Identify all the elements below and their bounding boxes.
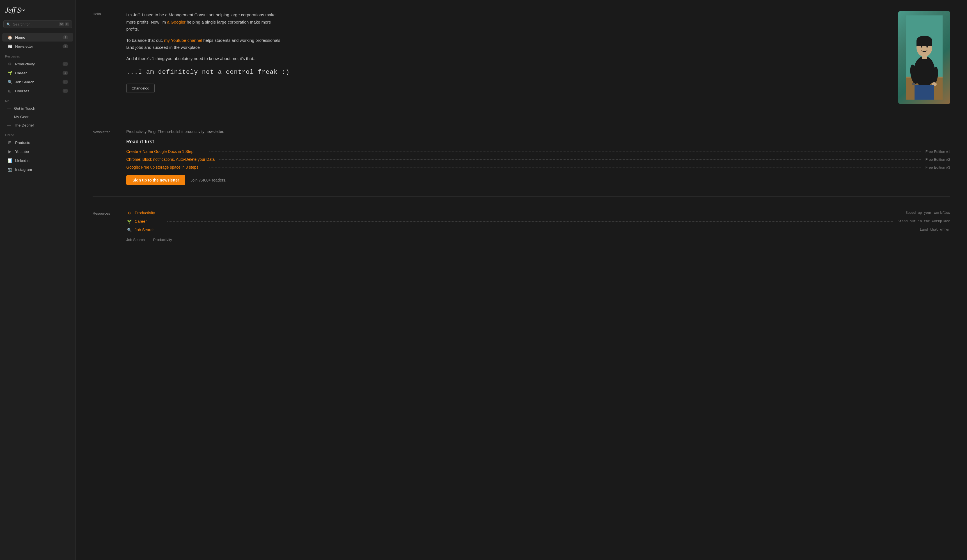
dash-icon-get-in-touch: —	[7, 106, 11, 110]
edition-dots-3	[210, 167, 921, 168]
resource-link-career[interactable]: Career	[135, 219, 163, 224]
nav-item-instagram[interactable]: 📷 Instagram	[2, 165, 73, 174]
productivity-icon: ⚙	[7, 62, 12, 66]
career-icon: 🌱	[7, 71, 12, 75]
hello-paragraph1: I'm Jeff. I used to be a Management Cons…	[126, 11, 284, 33]
svg-rect-9	[916, 41, 932, 46]
resources-content: ⚙ Productivity Speed up your workflow 🌱 …	[126, 211, 950, 242]
nav-badge-courses: 6	[63, 89, 68, 93]
hello-section: Hello I'm Jeff. I used to be a Managemen…	[92, 11, 950, 115]
edition-row-1: Create + Name Google Docs in 1 Step! Fre…	[126, 149, 950, 154]
youtube-icon: ▶	[7, 149, 12, 154]
newsletter-icon: 📰	[7, 44, 12, 49]
resource-icon-career: 🌱	[126, 219, 132, 224]
search-bar[interactable]: 🔍 Search for... ⌘ K	[3, 20, 72, 28]
footer-link-job-search[interactable]: Job Search	[126, 238, 145, 242]
nav-item-linkedin[interactable]: 📊 LinkedIn	[2, 156, 73, 165]
footer-link-productivity[interactable]: Productivity	[153, 238, 172, 242]
sidebar: Jeff S~ 🔍 Search for... ⌘ K 🏠 Home 1 📰 N…	[0, 0, 76, 560]
profile-photo	[898, 11, 950, 104]
resource-link-productivity[interactable]: Productivity	[135, 211, 163, 215]
resource-link-job-search[interactable]: Job Search	[135, 227, 163, 232]
kbd-cmd: ⌘	[59, 23, 64, 26]
footer-nav: Job Search Productivity	[126, 238, 950, 242]
nav-badge-job-search: 5	[63, 80, 68, 84]
nav-item-products[interactable]: ⊞ Products	[2, 138, 73, 147]
nav-label-courses: Courses	[15, 89, 60, 93]
changelog-button[interactable]: Changelog	[126, 84, 155, 93]
courses-icon: ⊞	[7, 89, 12, 93]
nav-badge-newsletter: 2	[63, 44, 68, 48]
resource-desc-career: Stand out in the workplace	[898, 219, 950, 223]
nav-item-productivity[interactable]: ⚙ Productivity 3	[2, 60, 73, 68]
me-label-the-debrief: The Debrief	[14, 123, 34, 127]
nav-label-youtube: Youtube	[15, 150, 68, 154]
nav-item-youtube[interactable]: ▶ Youtube	[2, 147, 73, 156]
nav-item-career[interactable]: 🌱 Career 4	[2, 69, 73, 77]
nav-item-get-in-touch[interactable]: — Get in Touch	[2, 104, 73, 112]
resource-icon-productivity: ⚙	[126, 211, 132, 215]
nav-label-home: Home	[15, 35, 60, 40]
youtube-channel-link[interactable]: my Youtube channel	[164, 38, 202, 43]
svg-rect-14	[914, 85, 934, 100]
profile-photo-svg	[906, 15, 942, 100]
signup-button[interactable]: Sign up to the newsletter	[126, 175, 185, 185]
newsletter-section: Newsletter Productivity Ping. The no-bul…	[92, 129, 950, 197]
search-shortcut: ⌘ K	[59, 23, 69, 26]
nav-item-newsletter[interactable]: 📰 Newsletter 2	[2, 42, 73, 51]
newsletter-content: Productivity Ping. The no-bullshit produ…	[126, 129, 950, 185]
online-header: Online	[0, 129, 76, 138]
dash-icon-my-gear: —	[7, 114, 11, 119]
nav-label-products: Products	[15, 140, 68, 145]
resource-dots-productivity	[167, 213, 901, 213]
nav-badge-productivity: 3	[63, 62, 68, 66]
edition-link-2[interactable]: Chrome: Block notifications, Auto-Delete…	[126, 157, 215, 161]
edition-dots-2	[219, 159, 921, 160]
linkedin-icon: 📊	[7, 158, 12, 163]
nav-item-courses[interactable]: ⊞ Courses 6	[2, 87, 73, 95]
me-label-get-in-touch: Get in Touch	[14, 106, 35, 110]
hello-paragraph3: And if there's 1 thing you absolutely ne…	[126, 55, 284, 62]
handwritten-quote: ...I am definitely not a control freak :…	[126, 69, 887, 76]
dash-icon-the-debrief: —	[7, 123, 11, 127]
resource-dots-job-search	[167, 230, 915, 230]
logo: Jeff S~	[5, 6, 71, 15]
edition-link-3[interactable]: Google: Free up storage space in 3 steps…	[126, 165, 205, 170]
nav-item-job-search[interactable]: 🔍 Job Search 5	[2, 78, 73, 86]
logo-area: Jeff S~	[0, 6, 76, 20]
search-placeholder: Search for...	[13, 22, 57, 26]
edition-dots-1	[210, 152, 921, 152]
products-icon: ⊞	[7, 140, 12, 145]
edition-link-1[interactable]: Create + Name Google Docs in 1 Step!	[126, 149, 205, 154]
resource-row-career: 🌱 Career Stand out in the workplace	[126, 219, 950, 224]
nav-label-productivity: Productivity	[15, 62, 60, 66]
hello-content: I'm Jeff. I used to be a Management Cons…	[126, 11, 887, 104]
resource-row-productivity: ⚙ Productivity Speed up your workflow	[126, 211, 950, 215]
nav-item-my-gear[interactable]: — My Gear	[2, 113, 73, 121]
hello-text: I'm Jeff. I used to be a Management Cons…	[126, 11, 284, 62]
nav-item-home[interactable]: 🏠 Home 1	[2, 33, 73, 41]
resource-desc-productivity: Speed up your workflow	[906, 211, 950, 215]
resources-section: Resources ⚙ Productivity Speed up your w…	[92, 211, 950, 253]
nav-badge-career: 4	[63, 71, 68, 75]
svg-point-10	[921, 46, 922, 48]
instagram-icon: 📷	[7, 167, 12, 172]
main-content: Hello I'm Jeff. I used to be a Managemen…	[76, 0, 967, 560]
read-first-title: Read it first	[126, 139, 950, 145]
job-search-icon: 🔍	[7, 80, 12, 84]
home-icon: 🏠	[7, 35, 12, 40]
svg-rect-12	[912, 83, 915, 85]
resource-desc-job-search: Land that offer	[920, 228, 950, 232]
resources-label: Resources	[92, 211, 115, 242]
edition-label-2: Free Edition #2	[926, 157, 950, 161]
edition-row-3: Google: Free up storage space in 3 steps…	[126, 165, 950, 170]
nav-label-newsletter: Newsletter	[15, 44, 60, 49]
resources-header: Resources	[0, 51, 76, 59]
signup-row: Sign up to the newsletter Join 7,400+ re…	[126, 175, 950, 185]
nav-item-the-debrief[interactable]: — The Debrief	[2, 121, 73, 129]
googler-link[interactable]: a Googler	[167, 20, 185, 25]
kbd-k: K	[65, 23, 69, 26]
resource-dots-career	[167, 221, 893, 222]
me-header: Me	[0, 96, 76, 104]
search-icon: 🔍	[7, 23, 11, 26]
